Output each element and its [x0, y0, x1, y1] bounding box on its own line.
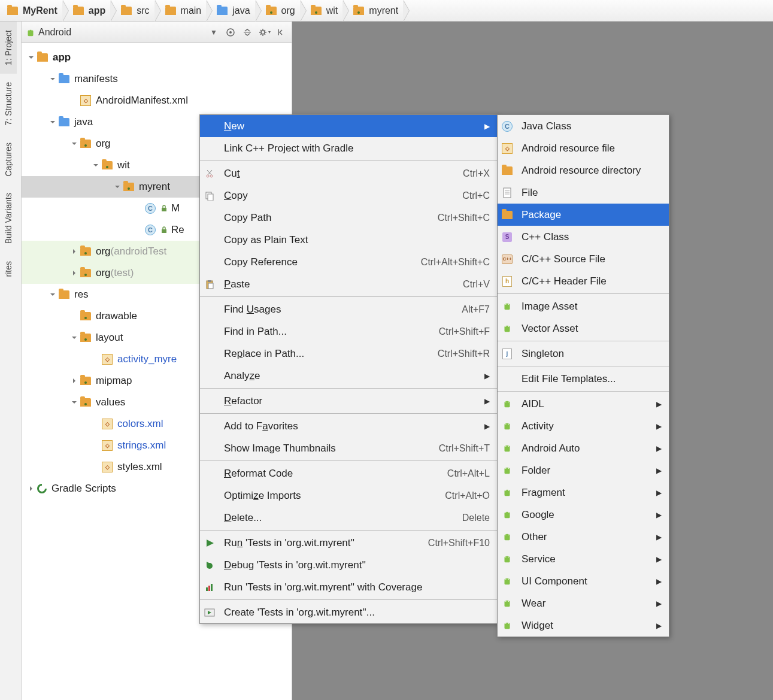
context-menu: New▶Link C++ Project with GradleCutCtrl+… — [199, 114, 498, 624]
menu-item[interactable]: Delete...Delete — [200, 507, 497, 529]
menu-item[interactable]: Refactor▶ — [200, 390, 497, 412]
android-icon — [502, 443, 513, 454]
menu-item-label: Paste — [224, 278, 451, 290]
menu-item[interactable]: Add to Favorites▶ — [200, 415, 497, 437]
tree-item[interactable]: manifests — [22, 68, 292, 90]
menu-item[interactable]: Show Image ThumbnailsCtrl+Shift+T — [200, 437, 497, 459]
tree-arrow-icon[interactable] — [91, 419, 101, 429]
target-button[interactable] — [223, 25, 238, 40]
tool-tab[interactable]: Captures — [0, 134, 17, 185]
menu-item[interactable]: Optimize ImportsCtrl+Alt+O — [200, 484, 497, 507]
menu-item[interactable]: UI Component▶ — [498, 570, 669, 592]
menu-item[interactable]: SC++ Class — [498, 226, 669, 248]
menu-item[interactable]: Copy ReferenceCtrl+Alt+Shift+C — [200, 251, 497, 273]
menu-item[interactable]: CJava Class — [498, 115, 669, 137]
tree-arrow-icon[interactable] — [69, 398, 79, 407]
tree-arrow-icon[interactable] — [48, 117, 57, 127]
tree-arrow-icon[interactable] — [134, 225, 144, 235]
menu-item[interactable]: Run 'Tests in 'org.wit.myrent'' with Cov… — [200, 576, 497, 598]
tree-arrow-icon[interactable] — [69, 139, 79, 149]
svg-point-27 — [505, 326, 507, 327]
project-panel-header: Android ▼ ▾ — [22, 22, 292, 43]
menu-item[interactable]: Google▶ — [498, 504, 669, 526]
tree-arrow-icon[interactable] — [134, 204, 144, 213]
menu-item[interactable]: Reformat CodeCtrl+Alt+L — [200, 462, 497, 484]
menu-item[interactable]: Package — [498, 204, 669, 226]
tree-arrow-icon[interactable] — [91, 354, 101, 364]
menu-item[interactable]: Activity▶ — [498, 415, 669, 437]
menu-item[interactable]: Link C++ Project with Gradle — [200, 137, 497, 159]
tree-arrow-icon[interactable] — [69, 247, 79, 256]
tree-arrow-icon[interactable] — [91, 160, 101, 170]
menu-item[interactable]: AIDL▶ — [498, 393, 669, 415]
menu-item[interactable]: jSingleton — [498, 343, 669, 365]
collapse-button[interactable] — [240, 25, 254, 40]
class-icon: C — [145, 203, 156, 214]
menu-item[interactable]: File — [498, 181, 669, 204]
menu-item-icon — [205, 191, 219, 201]
menu-item[interactable]: Fragment▶ — [498, 481, 669, 504]
menu-item[interactable]: Copy as Plain Text — [200, 229, 497, 251]
menu-item[interactable]: Find UsagesAlt+F7 — [200, 298, 497, 320]
menu-item[interactable]: Folder▶ — [498, 459, 669, 481]
tree-item[interactable]: app — [22, 47, 292, 68]
menu-item[interactable]: Copy PathCtrl+Shift+C — [200, 207, 497, 229]
breadcrumb-item[interactable]: org — [255, 0, 300, 21]
menu-item[interactable]: Other▶ — [498, 526, 669, 548]
breadcrumb-item[interactable]: main — [154, 0, 207, 21]
breadcrumb-item[interactable]: myrent — [342, 0, 403, 21]
folder-dot-icon — [266, 7, 277, 15]
breadcrumb-item[interactable]: MyRent — [5, 0, 62, 21]
menu-item[interactable]: Replace in Path...Ctrl+Shift+R — [200, 343, 497, 365]
menu-item[interactable]: Run 'Tests in 'org.wit.myrent''Ctrl+Shif… — [200, 532, 497, 554]
menu-item[interactable]: CutCtrl+X — [200, 162, 497, 184]
tree-arrow-icon[interactable] — [69, 268, 79, 278]
menu-item[interactable]: C++C/C++ Source File — [498, 248, 669, 270]
tree-arrow-icon[interactable] — [113, 182, 122, 192]
android-icon — [502, 554, 513, 565]
menu-item[interactable]: Debug 'Tests in 'org.wit.myrent'' — [200, 554, 497, 576]
tree-item[interactable]: ◇AndroidManifest.xml — [22, 90, 292, 111]
tree-arrow-icon[interactable] — [48, 74, 57, 84]
menu-item[interactable]: Android Auto▶ — [498, 437, 669, 459]
breadcrumb-item[interactable]: app — [62, 0, 110, 21]
folder-dot-icon — [80, 334, 91, 342]
tool-tab[interactable]: 1: Project — [0, 22, 17, 74]
menu-item[interactable]: Service▶ — [498, 548, 669, 570]
settings-button[interactable]: ▾ — [257, 25, 271, 40]
tool-tab[interactable]: Build Variants — [0, 184, 17, 252]
menu-item[interactable]: Find in Path...Ctrl+Shift+F — [200, 320, 497, 343]
menu-item[interactable]: ◇Android resource file — [498, 137, 669, 159]
menu-shortcut: Ctrl+V — [463, 279, 490, 290]
menu-item[interactable]: Create 'Tests in 'org.wit.myrent''... — [200, 601, 497, 623]
tree-arrow-icon[interactable] — [69, 333, 79, 343]
menu-item[interactable]: Image Asset — [498, 295, 669, 317]
menu-item[interactable]: Edit File Templates... — [498, 368, 669, 390]
menu-item[interactable]: Analyze▶ — [200, 365, 497, 387]
menu-item[interactable]: hC/C++ Header File — [498, 270, 669, 292]
tree-arrow-icon[interactable] — [69, 96, 79, 105]
tree-arrow-icon[interactable] — [69, 376, 79, 386]
tree-arrow-icon[interactable] — [91, 441, 101, 450]
breadcrumb: MyRentappsrcmainjavaorgwitmyrent — [0, 0, 773, 22]
tool-tab[interactable]: 7: Structure — [0, 74, 17, 134]
view-selector[interactable]: Android ▼ — [25, 27, 223, 38]
tree-arrow-icon[interactable] — [26, 484, 36, 493]
menu-item[interactable]: PasteCtrl+V — [200, 273, 497, 295]
tool-tab[interactable]: rites — [0, 253, 17, 285]
menu-item[interactable]: Vector Asset — [498, 317, 669, 340]
tree-arrow-icon[interactable] — [26, 53, 36, 62]
hide-button[interactable] — [274, 25, 288, 40]
folder-icon — [502, 211, 513, 219]
menu-item[interactable]: CopyCtrl+C — [200, 184, 497, 207]
menu-item[interactable]: New▶ — [200, 115, 497, 137]
tree-arrow-icon[interactable] — [69, 311, 79, 321]
menu-item-label: Find Usages — [224, 304, 450, 316]
menu-item[interactable]: Widget▶ — [498, 614, 669, 637]
menu-item[interactable]: Wear▶ — [498, 592, 669, 614]
menu-shortcut: Ctrl+Alt+Shift+C — [421, 257, 490, 268]
menu-item[interactable]: Android resource directory — [498, 159, 669, 181]
tree-arrow-icon[interactable] — [91, 462, 101, 472]
breadcrumb-item[interactable]: java — [206, 0, 254, 21]
tree-arrow-icon[interactable] — [48, 290, 57, 299]
